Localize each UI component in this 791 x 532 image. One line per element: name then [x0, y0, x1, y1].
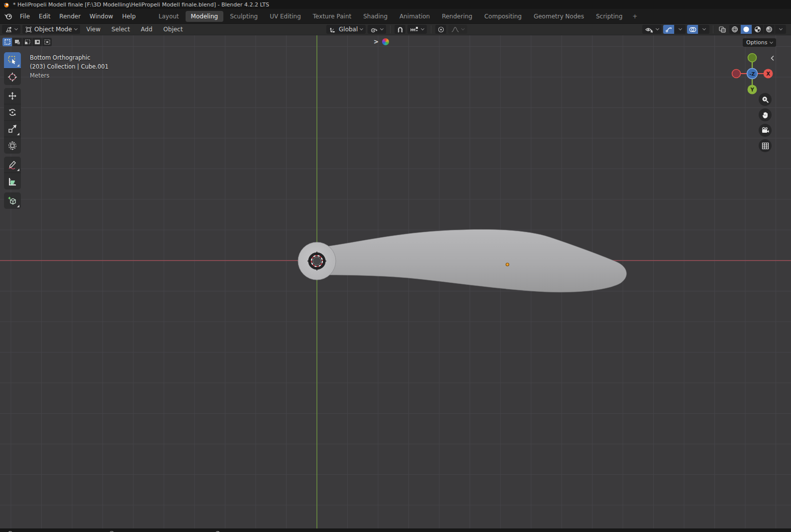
select-mode-invert-button[interactable] — [32, 38, 42, 46]
blender-logo-icon[interactable] — [4, 13, 12, 20]
select-box-tool[interactable] — [4, 52, 21, 69]
perspective-toggle-button[interactable] — [759, 139, 772, 152]
tool-variants-indicator — [17, 133, 19, 135]
menu-view[interactable]: View — [82, 24, 105, 35]
wireframe-shading-button[interactable] — [729, 25, 740, 34]
snap-magnet-icon — [397, 26, 403, 33]
solid-shading-icon — [743, 26, 750, 33]
menu-object[interactable]: Object — [159, 24, 187, 35]
tool-variants-indicator — [17, 169, 19, 171]
pivot-point-selector[interactable] — [368, 25, 386, 34]
gizmo-x-label: X — [766, 71, 770, 77]
measure-tool[interactable] — [4, 173, 21, 189]
tab-scripting[interactable]: Scripting — [591, 11, 628, 22]
object-origin-dot[interactable] — [506, 263, 509, 266]
sidebar-toggle[interactable] — [770, 55, 775, 61]
transform-tool[interactable] — [4, 137, 21, 154]
object-mode-icon — [25, 26, 32, 33]
gizmo-axis-x-neg[interactable] — [732, 70, 741, 78]
tab-animation[interactable]: Animation — [394, 11, 435, 22]
hand-icon — [762, 111, 769, 119]
mode-selector[interactable]: Object Mode — [22, 25, 80, 34]
tab-compositing[interactable]: Compositing — [479, 11, 527, 22]
scene-canvas — [0, 35, 791, 529]
show-gizmos-toggle[interactable] — [663, 25, 674, 34]
tab-uv-editing[interactable]: UV Editing — [264, 11, 306, 22]
measure-icon — [7, 177, 17, 186]
select-mode-subtract-button[interactable] — [22, 38, 32, 46]
editor-type-button[interactable] — [2, 25, 20, 34]
chevron-down-icon — [678, 27, 682, 30]
orientation-label: Global — [339, 26, 358, 33]
select-box-icon — [7, 55, 17, 65]
rotate-tool[interactable] — [4, 104, 21, 121]
workspace-tabs: Layout Modeling Sculpting UV Editing Tex… — [153, 11, 641, 22]
proportional-editing-toggle[interactable] — [435, 25, 446, 34]
tab-shading[interactable]: Shading — [358, 11, 393, 22]
tool-settings-expand[interactable]: > — [374, 38, 389, 45]
gizmo-axis-y-neg[interactable] — [748, 54, 757, 62]
select-mode-intersect-button[interactable] — [42, 38, 52, 46]
chevron-down-icon — [770, 40, 773, 43]
camera-view-button[interactable] — [759, 124, 772, 137]
proportional-falloff-selector[interactable] — [448, 25, 467, 34]
magnifier-plus-icon — [762, 96, 769, 103]
material-preview-shading-button[interactable] — [752, 25, 763, 34]
tool-column — [4, 52, 21, 212]
material-shading-icon — [754, 26, 761, 33]
transform-icon — [7, 141, 17, 151]
camera-icon — [761, 127, 769, 134]
expand-arrow-icon: > — [374, 38, 379, 45]
shading-dropdown[interactable] — [775, 25, 786, 34]
show-overlays-toggle[interactable] — [687, 25, 698, 34]
annotate-icon — [7, 160, 17, 170]
menu-window[interactable]: Window — [85, 11, 117, 22]
tab-texture-paint[interactable]: Texture Paint — [307, 11, 357, 22]
menu-select[interactable]: Select — [107, 24, 134, 35]
gizmos-dropdown[interactable] — [675, 25, 686, 34]
view-name-text: Bottom Orthographic — [30, 53, 108, 62]
zoom-button[interactable] — [759, 93, 772, 106]
snap-toggle[interactable] — [395, 25, 405, 34]
select-mode-extend-button[interactable] — [12, 38, 22, 46]
select-mode-set-button[interactable] — [2, 38, 12, 46]
menu-file[interactable]: File — [15, 11, 34, 22]
pan-button[interactable] — [759, 108, 772, 121]
overlays-icon — [689, 26, 696, 33]
gizmo-z-label: -Z — [750, 71, 755, 77]
tab-modeling[interactable]: Modeling — [186, 11, 224, 22]
solid-shading-button[interactable] — [741, 25, 752, 34]
xray-toggle[interactable] — [717, 25, 728, 34]
tab-sculpting[interactable]: Sculpting — [224, 11, 263, 22]
object-type-visibility-selector[interactable] — [642, 25, 662, 34]
snap-target-selector[interactable] — [407, 25, 427, 34]
blender-app-icon — [3, 1, 9, 8]
rotate-icon — [7, 107, 17, 117]
viewport-3d[interactable]: > Options Bottom Orthographic (203) Coll… — [0, 35, 791, 529]
add-cube-tool[interactable] — [4, 192, 21, 209]
propeller-blade[interactable] — [322, 229, 626, 292]
menu-render[interactable]: Render — [55, 11, 85, 22]
options-label: Options — [746, 39, 767, 46]
overlays-dropdown[interactable] — [698, 25, 709, 34]
options-button[interactable]: Options — [743, 38, 776, 47]
navigation-gizmo[interactable]: X Y -Z — [730, 53, 775, 94]
menu-add[interactable]: Add — [136, 24, 157, 35]
tab-rendering[interactable]: Rendering — [436, 11, 478, 22]
tab-layout[interactable]: Layout — [153, 11, 185, 22]
snap-target-icon — [410, 26, 419, 33]
pivot-point-icon — [371, 26, 378, 33]
tab-geometry-nodes[interactable]: Geometry Nodes — [528, 11, 590, 22]
transform-orientation-selector[interactable]: Global — [326, 25, 366, 34]
grid-icon — [762, 142, 769, 150]
cursor-tool[interactable] — [4, 69, 21, 85]
add-workspace-button[interactable]: + — [629, 11, 641, 22]
menu-help[interactable]: Help — [117, 11, 140, 22]
rendered-shading-button[interactable] — [764, 25, 775, 34]
annotate-tool[interactable] — [4, 157, 21, 173]
move-tool[interactable] — [4, 88, 21, 104]
chevron-down-icon — [14, 27, 18, 30]
menu-edit[interactable]: Edit — [34, 11, 55, 22]
chevron-down-icon — [360, 27, 363, 30]
scale-tool[interactable] — [4, 121, 21, 137]
